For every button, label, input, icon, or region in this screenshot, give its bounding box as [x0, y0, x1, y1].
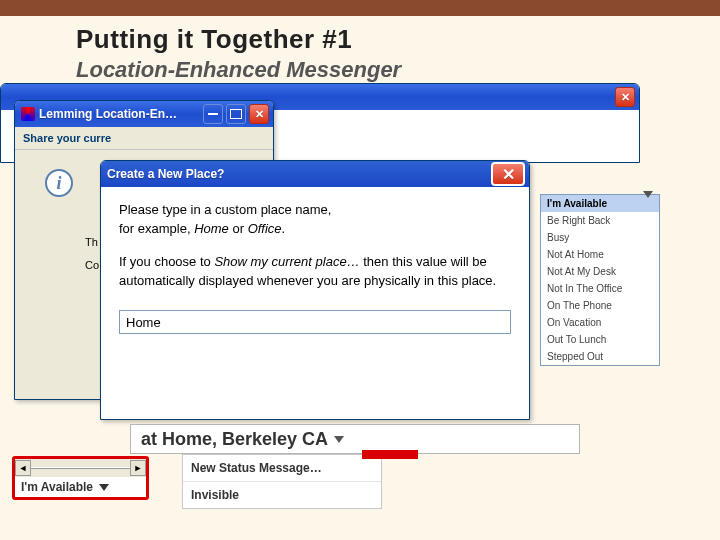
- location-dropdown[interactable]: at Home, Berkeley CA: [130, 424, 580, 454]
- create-place-body: Please type in a custom place name, for …: [101, 187, 529, 348]
- status-option-phone[interactable]: On The Phone: [541, 297, 659, 314]
- status-picker-selected[interactable]: I'm Available: [15, 477, 146, 497]
- place-name-input[interactable]: [119, 310, 511, 334]
- example-home: Home: [194, 221, 229, 236]
- invisible-option[interactable]: Invisible: [183, 481, 381, 508]
- scroll-left-icon[interactable]: ◄: [15, 460, 31, 476]
- info-icon: i: [45, 169, 73, 197]
- minimize-icon[interactable]: [203, 104, 223, 124]
- status-option-brb[interactable]: Be Right Back: [541, 212, 659, 229]
- text: Please type in a custom place name,: [119, 202, 331, 217]
- status-option-lunch[interactable]: Out To Lunch: [541, 331, 659, 348]
- example-office: Office: [248, 221, 282, 236]
- slide-title: Putting it Together #1: [0, 16, 720, 55]
- scrollbar[interactable]: ◄ ►: [15, 459, 146, 477]
- create-place-titlebar[interactable]: Create a New Place? ✕: [101, 161, 529, 187]
- highlight-bar: [362, 450, 418, 459]
- close-icon[interactable]: ✕: [249, 104, 269, 124]
- chevron-down-icon: [637, 198, 653, 209]
- status-dropdown-list: I'm Available Be Right Back Busy Not At …: [540, 194, 660, 366]
- menu-label: Share your curre: [23, 132, 111, 144]
- create-place-dialog: Create a New Place? ✕ Please type in a c…: [100, 160, 530, 420]
- chevron-down-icon: [334, 436, 344, 443]
- status-option-stepped[interactable]: Stepped Out: [541, 348, 659, 365]
- scroll-right-icon[interactable]: ►: [130, 460, 146, 476]
- status-option-busy[interactable]: Busy: [541, 229, 659, 246]
- status-option-not-office[interactable]: Not In The Office: [541, 280, 659, 297]
- java-icon: [21, 107, 35, 121]
- location-label: at Home, Berkeley CA: [141, 429, 328, 450]
- new-status-message[interactable]: New Status Message…: [183, 455, 381, 481]
- status-picker[interactable]: ◄ ► I'm Available: [12, 456, 149, 500]
- chevron-down-icon: [99, 484, 109, 491]
- status-option-label: I'm Available: [547, 198, 607, 209]
- slide-subtitle: Location-Enhanced Messenger: [0, 55, 720, 83]
- text: for example,: [119, 221, 194, 236]
- status-option-not-home[interactable]: Not At Home: [541, 246, 659, 263]
- status-option-vacation[interactable]: On Vacation: [541, 314, 659, 331]
- status-picker-label: I'm Available: [21, 480, 93, 494]
- scroll-track[interactable]: [31, 467, 130, 469]
- close-icon[interactable]: ✕: [491, 162, 525, 186]
- text: or: [229, 221, 248, 236]
- text: .: [282, 221, 286, 236]
- create-place-title: Create a New Place?: [107, 167, 491, 181]
- lemming-menu[interactable]: Share your curre: [15, 127, 273, 150]
- text: If you choose to: [119, 254, 214, 269]
- status-option-not-desk[interactable]: Not At My Desk: [541, 263, 659, 280]
- status-option-available[interactable]: I'm Available: [541, 195, 659, 212]
- status-extra-list: New Status Message… Invisible: [182, 454, 382, 509]
- instruction-line-1: Please type in a custom place name, for …: [119, 201, 511, 239]
- instruction-line-2: If you choose to Show my current place… …: [119, 253, 511, 291]
- lemming-titlebar[interactable]: Lemming Location-En… ✕: [15, 101, 273, 127]
- lemming-title: Lemming Location-En…: [39, 107, 200, 121]
- slide-top-stripe: [0, 0, 720, 16]
- maximize-icon[interactable]: [226, 104, 246, 124]
- show-place-em: Show my current place…: [214, 254, 359, 269]
- close-icon[interactable]: ✕: [615, 87, 635, 107]
